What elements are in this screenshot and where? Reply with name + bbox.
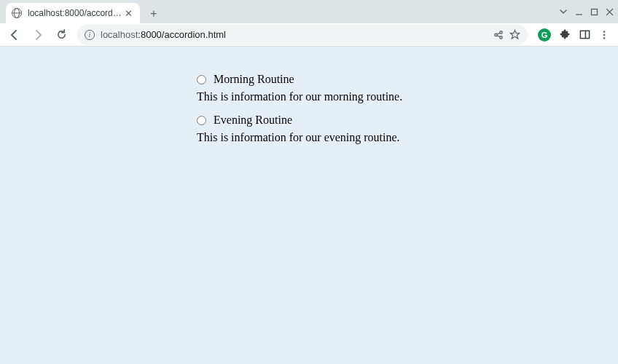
back-button[interactable]: [4, 25, 25, 45]
page-body: Morning Routine This is information for …: [0, 47, 618, 144]
extension-area: G: [533, 28, 614, 41]
globe-icon: [12, 8, 22, 18]
accordion-body: This is information for our morning rout…: [197, 90, 618, 103]
browser-tab[interactable]: localhost:8000/accordion.html ✕: [6, 3, 140, 23]
chevron-down-icon[interactable]: [559, 7, 568, 16]
window-controls: [559, 0, 618, 23]
close-tab-icon[interactable]: ✕: [123, 8, 134, 19]
svg-point-4: [495, 33, 498, 36]
accordion-header[interactable]: Morning Routine: [197, 73, 618, 86]
svg-rect-1: [592, 9, 598, 15]
extensions-icon[interactable]: [560, 29, 571, 40]
page-viewport[interactable]: Morning Routine This is information for …: [0, 47, 618, 364]
radio-morning[interactable]: [197, 75, 206, 84]
svg-marker-9: [510, 30, 519, 39]
accordion-title: Morning Routine: [214, 73, 294, 86]
maximize-button[interactable]: [590, 8, 598, 16]
side-panel-icon[interactable]: [579, 29, 590, 40]
accordion-header[interactable]: Evening Routine: [197, 114, 618, 127]
svg-point-6: [500, 36, 503, 39]
close-window-button[interactable]: [606, 8, 614, 16]
address-bar[interactable]: i localhost:8000/accordion.html: [77, 25, 528, 45]
svg-point-5: [500, 31, 503, 33]
accordion-body: This is information for our evening rout…: [197, 131, 618, 144]
radio-evening[interactable]: [197, 116, 206, 125]
svg-line-8: [497, 35, 500, 36]
browser-toolbar: i localhost:8000/accordion.html G: [0, 23, 618, 47]
accordion-title: Evening Routine: [214, 114, 292, 127]
forward-button[interactable]: [28, 25, 48, 45]
tab-title: localhost:8000/accordion.html: [28, 8, 123, 18]
svg-point-13: [603, 33, 606, 36]
reload-button[interactable]: [51, 25, 71, 45]
menu-icon[interactable]: [599, 30, 609, 40]
svg-rect-10: [580, 31, 589, 38]
site-info-icon[interactable]: i: [85, 30, 95, 40]
svg-point-12: [603, 31, 606, 33]
new-tab-button[interactable]: +: [144, 4, 163, 23]
grammarly-extension-icon[interactable]: G: [538, 28, 551, 41]
svg-line-7: [497, 33, 500, 34]
share-icon[interactable]: [493, 30, 504, 40]
url-text: localhost:8000/accordion.html: [101, 29, 226, 40]
bookmark-icon[interactable]: [509, 29, 520, 40]
browser-tabstrip: localhost:8000/accordion.html ✕ +: [0, 0, 618, 23]
minimize-button[interactable]: [575, 8, 583, 16]
svg-point-14: [603, 37, 606, 39]
